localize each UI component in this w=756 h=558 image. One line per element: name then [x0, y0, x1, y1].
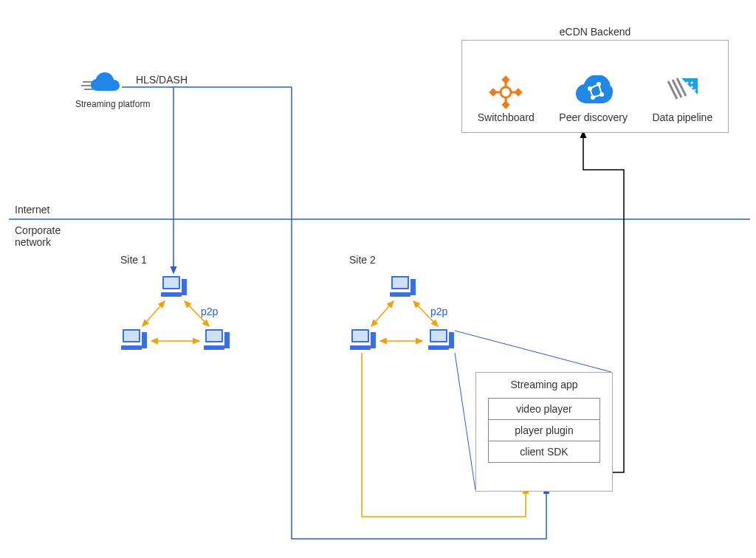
- svg-point-32: [691, 86, 693, 88]
- svg-point-17: [501, 87, 511, 97]
- svg-rect-44: [224, 332, 230, 348]
- internet-label: Internet: [15, 204, 49, 216]
- pc-icon: [202, 326, 232, 356]
- ecdn-title: eCDN Backend: [462, 21, 728, 39]
- svg-rect-53: [350, 345, 371, 350]
- svg-rect-52: [371, 332, 376, 348]
- svg-point-33: [694, 89, 696, 91]
- switchboard-icon: [489, 75, 523, 109]
- switchboard-label: Switchboard: [478, 111, 535, 123]
- ecdn-backend-box: eCDN Backend Switchboar: [461, 40, 729, 133]
- svg-rect-56: [449, 332, 454, 348]
- peer-discovery-icon: [574, 75, 614, 109]
- svg-rect-40: [142, 332, 147, 348]
- svg-line-8: [455, 331, 611, 372]
- pc-icon: [348, 326, 378, 356]
- svg-rect-51: [353, 331, 368, 341]
- site1-label: Site 1: [120, 254, 147, 266]
- video-player-row: video player: [488, 398, 600, 420]
- hls-label: HLS/DASH: [136, 74, 188, 86]
- svg-rect-35: [164, 278, 179, 288]
- svg-line-9: [455, 353, 475, 490]
- pc-icon: [159, 273, 189, 303]
- p2p-label-site1: p2p: [201, 306, 218, 317]
- svg-rect-48: [410, 279, 416, 295]
- svg-rect-43: [207, 331, 221, 341]
- site2-label: Site 2: [349, 254, 376, 266]
- svg-rect-49: [390, 292, 410, 297]
- switchboard-item: Switchboard: [478, 75, 535, 123]
- svg-point-31: [691, 81, 693, 83]
- svg-rect-41: [121, 345, 142, 350]
- svg-rect-37: [161, 292, 182, 297]
- pc-icon: [427, 326, 456, 356]
- streaming-platform-label: Streaming platform: [75, 99, 150, 109]
- svg-line-2: [142, 301, 165, 326]
- corporate-network-label: Corporate network: [15, 224, 74, 248]
- peer-discovery-item: Peer discovery: [559, 75, 628, 123]
- p2p-label-site2: p2p: [430, 306, 447, 317]
- pc-icon: [120, 326, 149, 356]
- diagram-canvas: Streaming platform HLS/DASH Internet Cor…: [0, 0, 756, 558]
- streaming-app-box: Streaming app video player player plugin…: [475, 372, 613, 492]
- data-pipeline-item: Data pipeline: [652, 75, 712, 123]
- data-pipeline-icon: [665, 75, 699, 109]
- svg-rect-47: [393, 278, 408, 288]
- svg-rect-36: [182, 279, 187, 295]
- cloud-icon: [80, 70, 121, 100]
- data-pipeline-label: Data pipeline: [652, 111, 712, 123]
- streaming-app-title: Streaming app: [476, 373, 612, 398]
- client-sdk-row: client SDK: [488, 441, 600, 463]
- svg-line-5: [371, 301, 394, 326]
- svg-point-30: [687, 81, 689, 83]
- peer-discovery-label: Peer discovery: [559, 111, 628, 123]
- svg-rect-55: [431, 331, 446, 341]
- svg-rect-39: [124, 331, 139, 341]
- player-plugin-row: player plugin: [488, 420, 600, 441]
- svg-rect-57: [428, 345, 449, 350]
- pc-icon: [388, 273, 418, 303]
- svg-rect-45: [204, 345, 224, 350]
